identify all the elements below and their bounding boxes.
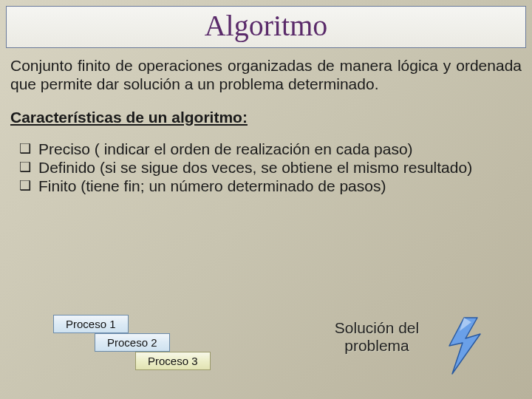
subtitle: Características de un algoritmo: [10, 109, 522, 126]
title-box: Algoritmo [6, 6, 526, 48]
page-title: Algoritmo [7, 8, 525, 43]
bullet-text: Finito (tiene fin; un número determinado… [38, 177, 522, 195]
process-box-3: Proceso 3 [135, 352, 211, 370]
list-item: ❑ Preciso ( indicar el orden de realizac… [19, 140, 522, 158]
solution-label: Solución del problema [318, 319, 436, 355]
bullet-icon: ❑ [19, 177, 38, 194]
diagram-area: Proceso 1 Proceso 2 Proceso 3 Solución d… [0, 315, 532, 381]
solution-line1: Solución del [335, 319, 419, 336]
list-item: ❑ Definido (si se sigue dos veces, se ob… [19, 158, 522, 177]
bullet-icon: ❑ [19, 158, 38, 176]
definition-text: Conjunto finito de operaciones organizad… [10, 57, 522, 94]
process-box-1: Proceso 1 [53, 315, 129, 333]
solution-line2: problema [344, 337, 409, 354]
bullet-text: Definido (si se sigue dos veces, se obti… [38, 158, 522, 177]
lightning-icon [442, 316, 494, 375]
bullet-list: ❑ Preciso ( indicar el orden de realizac… [19, 140, 522, 196]
bullet-icon: ❑ [19, 140, 38, 157]
list-item: ❑ Finito (tiene fin; un número determina… [19, 177, 522, 195]
bullet-text: Preciso ( indicar el orden de realizació… [38, 140, 522, 158]
content-area: Conjunto finito de operaciones organizad… [0, 48, 532, 195]
process-box-2: Proceso 2 [95, 333, 170, 352]
